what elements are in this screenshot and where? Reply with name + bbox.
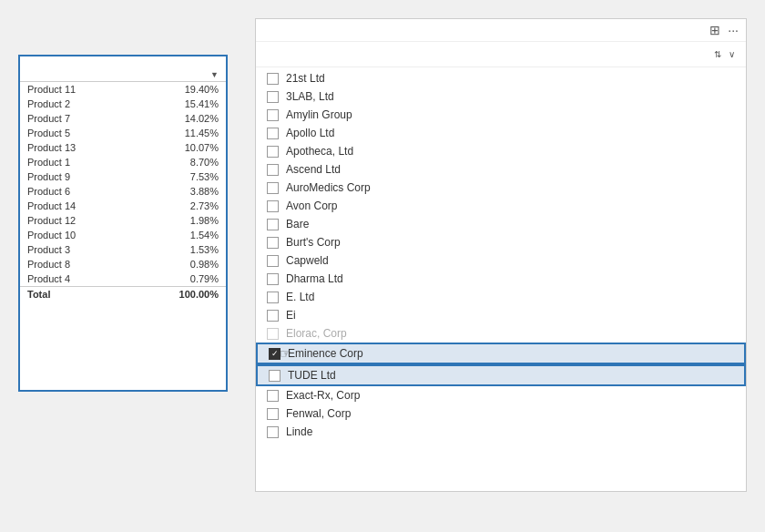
table-row: Product 1119.40% <box>20 82 226 97</box>
list-item[interactable]: Capweld <box>256 251 746 270</box>
product-name-cell: Product 7 <box>20 111 131 126</box>
list-item[interactable]: AuroMedics Corp <box>256 179 746 197</box>
item-label: Apollo Ltd <box>286 127 334 139</box>
more-icon[interactable]: ··· <box>728 23 739 37</box>
checkbox[interactable] <box>267 164 279 176</box>
list-item[interactable]: Ascend Ltd <box>256 160 746 179</box>
list-item[interactable]: Dharma Ltd <box>256 270 746 288</box>
product-name-cell: Product 12 <box>20 213 131 228</box>
table-row: Product 80.98% <box>20 257 226 271</box>
table-panel: ▼ Product 1119.40%Product 215.41%Product… <box>18 55 228 392</box>
checkbox[interactable] <box>267 408 279 420</box>
checkbox[interactable] <box>267 182 279 194</box>
table-row: Product 142.73% <box>20 199 226 213</box>
customer-list[interactable]: 21st Ltd3LAB, LtdAmylin GroupApollo LtdA… <box>256 67 746 491</box>
checkbox[interactable] <box>267 426 279 438</box>
product-name-cell: Product 4 <box>20 271 131 287</box>
product-value-cell: 10.07% <box>131 140 226 155</box>
list-item[interactable]: Amylin Group <box>256 106 746 124</box>
list-item[interactable]: Avon Corp <box>256 197 746 215</box>
checkbox[interactable] <box>267 146 279 158</box>
checkbox[interactable] <box>267 128 279 139</box>
product-name-cell: Product 14 <box>20 199 131 213</box>
list-item[interactable]: Fenwal, Corp <box>256 404 746 423</box>
item-label: Bare <box>286 218 309 230</box>
item-label: 3LAB, Ltd <box>286 90 334 103</box>
chevron-down-icon: ∨ <box>729 49 735 59</box>
product-value-cell: 15.41% <box>131 97 226 111</box>
list-item[interactable]: Ei <box>256 306 746 324</box>
product-value-cell: 1.98% <box>131 213 226 228</box>
product-name-cell: Product 5 <box>20 126 131 140</box>
checkbox[interactable] <box>267 109 279 121</box>
checkbox[interactable] <box>267 390 279 402</box>
col-val-header[interactable]: ▼ <box>131 64 226 82</box>
product-name-cell: Product 11 <box>20 82 131 97</box>
checkbox[interactable] <box>267 73 279 85</box>
customer-names-panel: ⊞ ··· ⇅ ∨ 21st Ltd3LAB, LtdAmylin GroupA… <box>255 18 747 492</box>
item-label: Capweld <box>286 254 329 267</box>
table-row: Product 31.53% <box>20 242 226 257</box>
checkbox[interactable] <box>267 255 279 267</box>
checkbox[interactable] <box>269 348 280 360</box>
product-value-cell: 7.53% <box>131 169 226 184</box>
table-row: Product 714.02% <box>20 111 226 126</box>
checkbox[interactable] <box>267 328 279 340</box>
list-item[interactable]: Apotheca, Ltd <box>256 142 746 160</box>
item-label: E. Ltd <box>286 291 314 303</box>
product-value-cell: 1.53% <box>131 242 226 257</box>
list-item[interactable]: 21st Ltd <box>256 69 746 87</box>
checkbox[interactable] <box>269 370 280 382</box>
product-value-cell: 11.45% <box>131 126 226 140</box>
item-label: 21st Ltd <box>286 72 325 85</box>
list-item[interactable]: TUDE Ltd <box>256 364 746 386</box>
product-table: ▼ Product 1119.40%Product 215.41%Product… <box>20 64 226 302</box>
col-name-header <box>20 64 131 82</box>
list-item[interactable]: Apollo Ltd <box>256 124 746 142</box>
item-label: Avon Corp <box>286 200 337 212</box>
product-value-cell: 3.88% <box>131 184 226 199</box>
grid-icon[interactable]: ⊞ <box>709 23 720 37</box>
item-label: Exact-Rx, Corp <box>286 389 360 402</box>
list-item[interactable]: 3LAB, Ltd <box>256 87 746 106</box>
item-label: Eminence Corp <box>288 347 363 360</box>
checkbox[interactable] <box>267 237 279 249</box>
list-item[interactable]: Exact-Rx, Corp <box>256 386 746 404</box>
product-value-cell: 0.79% <box>131 271 226 287</box>
product-name-cell: Product 2 <box>20 97 131 111</box>
checkbox[interactable] <box>267 219 279 230</box>
checkbox[interactable] <box>267 273 279 285</box>
list-item[interactable]: Eminence Corp☞ <box>256 343 746 364</box>
item-label: Ei <box>286 309 296 322</box>
table-row: Product 101.54% <box>20 228 226 242</box>
sort-control[interactable]: ⇅ ∨ <box>714 49 735 59</box>
checkbox[interactable] <box>267 310 279 322</box>
checkbox[interactable] <box>267 91 279 103</box>
sort-az-icon: ⇅ <box>714 49 721 59</box>
checkbox[interactable] <box>267 292 279 303</box>
product-name-cell: Product 13 <box>20 140 131 155</box>
item-label: Ascend Ltd <box>286 163 341 176</box>
item-label: Elorac, Corp <box>286 327 347 340</box>
panel-header: ⇅ ∨ <box>256 42 746 67</box>
table-row: Product 511.45% <box>20 126 226 140</box>
item-label: Burt's Corp <box>286 236 341 249</box>
product-value-cell: 8.70% <box>131 155 226 169</box>
item-label: AuroMedics Corp <box>286 181 371 194</box>
panel-topbar: ⊞ ··· <box>256 19 746 42</box>
table-row: Product 97.53% <box>20 169 226 184</box>
product-name-cell: Product 10 <box>20 228 131 242</box>
product-name-cell: Product 9 <box>20 169 131 184</box>
list-item[interactable]: E. Ltd <box>256 288 746 306</box>
list-item[interactable]: Bare <box>256 215 746 233</box>
product-name-cell: Product 8 <box>20 257 131 271</box>
product-value-cell: 100.00% <box>131 287 226 302</box>
checkbox[interactable] <box>267 200 279 212</box>
list-item[interactable]: Burt's Corp <box>256 233 746 251</box>
list-item[interactable]: Linde <box>256 423 746 441</box>
list-item[interactable]: Elorac, Corp <box>256 324 746 343</box>
table-row: Product 1310.07% <box>20 140 226 155</box>
main-container: ▼ Product 1119.40%Product 215.41%Product… <box>0 0 765 532</box>
table-row: Product 40.79% <box>20 271 226 287</box>
item-label: Amylin Group <box>286 108 352 121</box>
